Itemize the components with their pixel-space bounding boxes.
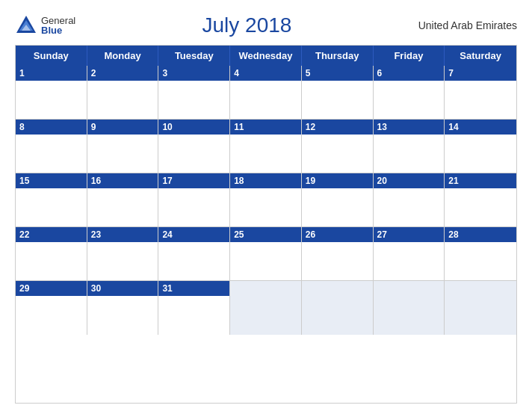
calendar-header: General Blue July 2018 United Arab Emira… [15, 7, 517, 40]
day-24: 24 [158, 227, 230, 281]
header-thursday: Thursday [302, 46, 374, 66]
day-1: 1 [16, 66, 87, 120]
country-name: United Arab Emirates [418, 19, 517, 31]
day-15: 15 [16, 173, 87, 227]
week-row-4: 22 23 24 25 26 27 28 [16, 227, 516, 281]
logo-icon [15, 14, 37, 37]
day-7: 7 [445, 66, 516, 120]
day-21: 21 [445, 173, 516, 227]
day-16: 16 [87, 173, 159, 227]
day-18: 18 [230, 173, 302, 227]
days-of-week-header: Sunday Monday Tuesday Wednesday Thursday… [16, 46, 516, 66]
day-19: 19 [302, 173, 374, 227]
empty-cell-4 [445, 281, 516, 335]
header-wednesday: Wednesday [230, 46, 302, 66]
day-17: 17 [158, 173, 230, 227]
day-11: 11 [230, 120, 302, 173]
logo: General Blue [15, 14, 75, 37]
header-monday: Monday [87, 46, 159, 66]
header-sunday: Sunday [16, 46, 87, 66]
week-row-1: 1 2 3 4 5 6 7 [16, 66, 516, 120]
day-13: 13 [374, 120, 445, 173]
day-22: 22 [16, 227, 87, 281]
day-30: 30 [87, 281, 159, 335]
day-10: 10 [158, 120, 230, 173]
day-23: 23 [87, 227, 159, 281]
week-row-5: 29 30 31 [16, 281, 516, 335]
empty-cell-3 [374, 281, 445, 335]
day-14: 14 [445, 120, 516, 173]
day-8: 8 [16, 120, 87, 173]
header-friday: Friday [374, 46, 445, 66]
logo-blue: Blue [41, 25, 75, 35]
day-9: 9 [87, 120, 159, 173]
day-29: 29 [16, 281, 87, 335]
day-25: 25 [230, 227, 302, 281]
day-26: 26 [302, 227, 374, 281]
week-row-3: 15 16 17 18 19 20 21 [16, 173, 516, 227]
header-tuesday: Tuesday [158, 46, 230, 66]
day-6: 6 [374, 66, 445, 120]
empty-cell-2 [302, 281, 374, 335]
week-row-2: 8 9 10 11 12 13 14 [16, 120, 516, 173]
day-28: 28 [445, 227, 516, 281]
day-20: 20 [374, 173, 445, 227]
header-saturday: Saturday [445, 46, 516, 66]
day-31: 31 [158, 281, 230, 335]
day-5: 5 [302, 66, 374, 120]
day-2: 2 [87, 66, 159, 120]
calendar: Sunday Monday Tuesday Wednesday Thursday… [15, 45, 517, 404]
day-3: 3 [158, 66, 230, 120]
day-4: 4 [230, 66, 302, 120]
day-27: 27 [374, 227, 445, 281]
logo-text: General Blue [41, 16, 75, 35]
day-12: 12 [302, 120, 374, 173]
empty-cell-1 [230, 281, 302, 335]
calendar-title: July 2018 [75, 13, 418, 37]
calendar-weeks: 1 2 3 4 5 6 7 8 9 10 11 12 13 14 15 16 1… [16, 66, 516, 335]
